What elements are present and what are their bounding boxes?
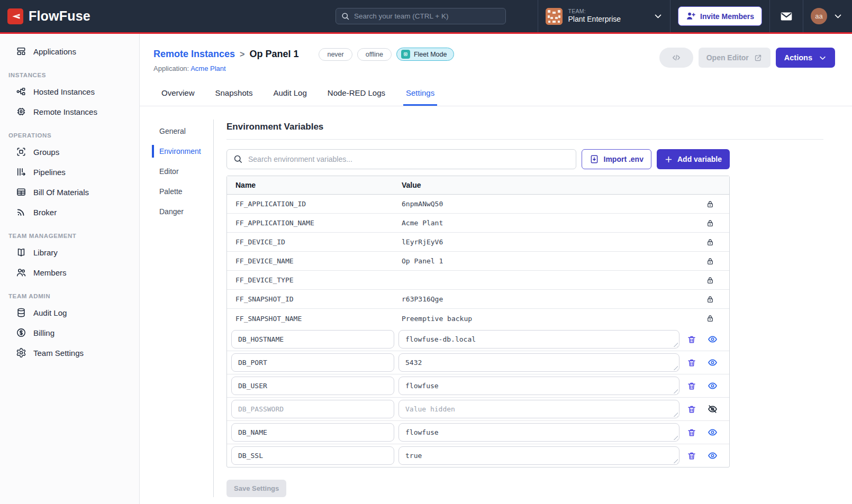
pipelines-icon <box>16 167 26 177</box>
invite-members-button[interactable]: Invite Members <box>678 6 762 26</box>
tab-overview[interactable]: Overview <box>159 85 197 106</box>
tab-settings[interactable]: Settings <box>403 85 437 106</box>
env-var-value-input[interactable] <box>398 423 679 442</box>
user-menu[interactable]: aa <box>811 8 842 24</box>
sidebar-section-team-admin: TEAM ADMIN <box>0 282 139 303</box>
flowfuse-logo[interactable]: FlowFuse <box>7 8 90 24</box>
sidebar-item-groups[interactable]: Groups <box>0 142 139 162</box>
env-var-value-input[interactable] <box>398 353 679 372</box>
notifications-button[interactable] <box>777 7 795 25</box>
show-value-button[interactable] <box>706 426 719 438</box>
show-value-button[interactable] <box>706 450 719 462</box>
page-title: Op Panel 1 <box>249 49 298 60</box>
env-var-row: FF_APPLICATION_ID 6npmANwQ50 <box>227 195 729 214</box>
tab-node-red-logs[interactable]: Node-RED Logs <box>325 85 388 106</box>
sidebar-item-pipelines[interactable]: Pipelines <box>0 162 139 182</box>
actions-button[interactable]: Actions <box>776 48 835 68</box>
team-search <box>336 8 506 24</box>
sidebar-item-label: Hosted Instances <box>33 87 95 96</box>
tab-audit-log[interactable]: Audit Log <box>270 85 309 106</box>
env-var-name: FF_DEVICE_NAME <box>235 257 402 265</box>
delete-variable-button[interactable] <box>686 404 697 415</box>
chip-icon <box>401 50 410 59</box>
chevron-down-icon <box>833 12 842 21</box>
library-icon <box>16 247 26 258</box>
delete-variable-button[interactable] <box>686 357 697 369</box>
developer-mode-button[interactable] <box>659 48 693 68</box>
trash-icon <box>687 358 696 368</box>
mode-badge: Fleet Mode <box>396 48 455 61</box>
add-variable-button[interactable]: Add variable <box>657 149 730 169</box>
eye-icon <box>708 381 718 391</box>
team-search-input[interactable] <box>336 8 506 24</box>
env-var-value: lEyrRjEyV6 <box>402 238 700 246</box>
subnav-item-general[interactable]: General <box>140 121 213 141</box>
sidebar-item-bill-of-materials[interactable]: Bill Of Materials <box>0 182 139 202</box>
env-var-name-input[interactable] <box>231 377 394 395</box>
show-value-button[interactable] <box>706 356 719 369</box>
sidebar-item-remote-instances[interactable]: Remote Instances <box>0 102 139 122</box>
external-link-icon <box>754 53 763 62</box>
eye-icon <box>708 358 718 368</box>
user-plus-icon <box>686 11 696 21</box>
application-link[interactable]: Acme Plant <box>191 65 225 72</box>
env-var-row-editable <box>227 444 729 467</box>
sidebar-item-billing[interactable]: Billing <box>0 323 139 343</box>
subnav-item-palette[interactable]: Palette <box>140 181 213 201</box>
delete-variable-button[interactable] <box>686 380 697 392</box>
sidebar-section-operations: OPERATIONS <box>0 122 139 142</box>
env-var-value-input[interactable] <box>398 330 679 349</box>
env-var-name-input[interactable] <box>231 330 394 349</box>
env-var-name-input[interactable] <box>231 423 394 442</box>
team-name: Plant Enterprise <box>568 15 621 24</box>
team-avatar <box>546 8 563 25</box>
env-var-name-input[interactable] <box>231 353 394 372</box>
env-var-value-input[interactable] <box>398 446 679 465</box>
env-var-value-input[interactable] <box>398 377 679 395</box>
mode-badge-label: Fleet Mode <box>414 51 447 58</box>
subnav-item-danger[interactable]: Danger <box>140 201 213 222</box>
sidebar-item-broker[interactable]: Broker <box>0 202 139 222</box>
env-var-value-input[interactable] <box>398 400 679 418</box>
sidebar-item-hosted-instances[interactable]: Hosted Instances <box>0 81 139 102</box>
brand-name: FlowFuse <box>29 8 90 24</box>
env-var-row: FF_DEVICE_TYPE <box>227 271 729 290</box>
delete-variable-button[interactable] <box>686 450 697 462</box>
broker-icon <box>16 207 26 217</box>
subnav-item-editor[interactable]: Editor <box>140 161 213 181</box>
nav-divider <box>769 0 770 32</box>
sidebar-item-label: Team Settings <box>33 349 84 358</box>
delete-variable-button[interactable] <box>686 334 697 345</box>
bill-of-materials-icon <box>16 187 26 197</box>
subnav-item-environment[interactable]: Environment <box>140 141 213 161</box>
sidebar-item-members[interactable]: Members <box>0 262 139 282</box>
hosted-instances-icon <box>16 86 26 97</box>
file-download-icon <box>590 154 599 164</box>
sidebar-item-label: Groups <box>33 148 59 157</box>
team-selector[interactable]: TEAM: Plant Enterprise <box>546 8 663 25</box>
sidebar-item-team-settings[interactable]: Team Settings <box>0 343 139 363</box>
tab-snapshots[interactable]: Snapshots <box>213 85 256 106</box>
sidebar-item-applications[interactable]: Applications <box>0 41 139 61</box>
breadcrumb-parent-link[interactable]: Remote Instances <box>153 49 235 60</box>
sidebar-section-team-management: TEAM MANAGEMENT <box>0 222 139 242</box>
lock-icon <box>706 314 714 323</box>
env-var-name: FF_APPLICATION_NAME <box>235 219 402 227</box>
env-var-name: FF_SNAPSHOT_NAME <box>235 315 402 323</box>
show-value-button[interactable] <box>706 333 719 345</box>
env-search-input[interactable] <box>226 149 576 169</box>
env-var-name-input[interactable] <box>231 446 394 465</box>
hide-value-button[interactable] <box>706 403 719 415</box>
env-search <box>226 149 576 169</box>
delete-variable-button[interactable] <box>686 427 697 438</box>
sidebar-item-library[interactable]: Library <box>0 242 139 262</box>
show-value-button[interactable] <box>706 380 719 392</box>
sidebar-item-audit-log[interactable]: Audit Log <box>0 303 139 323</box>
open-editor-button[interactable]: Open Editor <box>699 48 771 68</box>
code-icon <box>671 52 682 63</box>
import-env-button[interactable]: Import .env <box>582 149 651 169</box>
env-var-name-input[interactable] <box>231 400 394 418</box>
sidebar-item-label: Broker <box>33 208 57 217</box>
top-navbar: FlowFuse TEAM: Plant Enterprise Invite M… <box>0 0 852 32</box>
save-settings-button[interactable]: Save Settings <box>226 480 286 497</box>
